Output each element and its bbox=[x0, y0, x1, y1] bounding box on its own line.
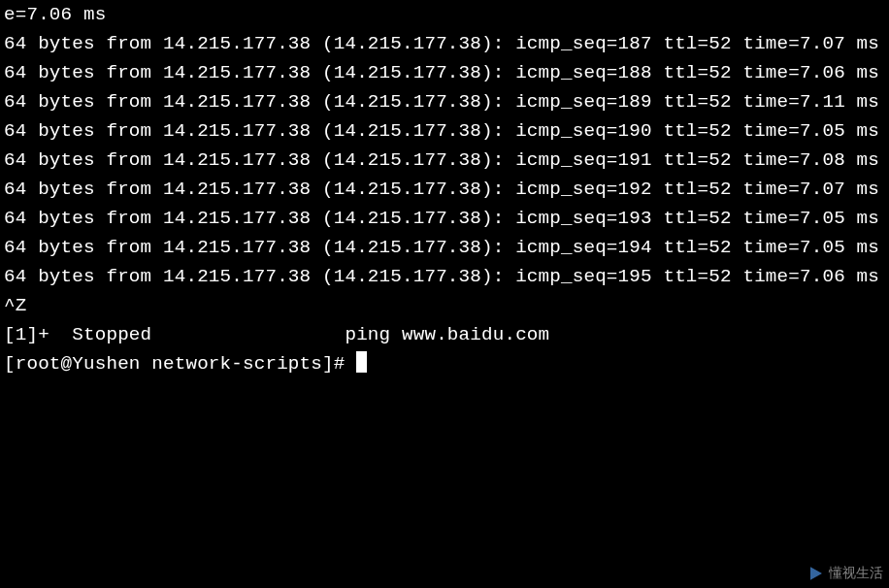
job-status-line: [1]+ Stopped ping www.baidu.com bbox=[4, 320, 885, 349]
play-icon bbox=[807, 565, 825, 582]
ping-reply-line: 64 bytes from 14.215.177.38 (14.215.177.… bbox=[4, 262, 885, 291]
ping-reply-line: 64 bytes from 14.215.177.38 (14.215.177.… bbox=[4, 29, 885, 58]
ping-reply-line: 64 bytes from 14.215.177.38 (14.215.177.… bbox=[4, 58, 885, 87]
ping-reply-line: 64 bytes from 14.215.177.38 (14.215.177.… bbox=[4, 204, 885, 233]
ping-reply-line: 64 bytes from 14.215.177.38 (14.215.177.… bbox=[4, 116, 885, 146]
suspend-signal: ^Z bbox=[4, 291, 885, 320]
watermark-text: 懂视生活 bbox=[829, 565, 883, 582]
ping-partial-line: e=7.06 ms bbox=[4, 0, 885, 29]
shell-prompt-line[interactable]: [root@Yushen network-scripts]# bbox=[4, 349, 885, 378]
ping-reply-line: 64 bytes from 14.215.177.38 (14.215.177.… bbox=[4, 146, 885, 175]
shell-prompt: [root@Yushen network-scripts]# bbox=[4, 353, 356, 375]
ping-reply-line: 64 bytes from 14.215.177.38 (14.215.177.… bbox=[4, 175, 885, 204]
ping-reply-line: 64 bytes from 14.215.177.38 (14.215.177.… bbox=[4, 87, 885, 116]
ping-reply-line: 64 bytes from 14.215.177.38 (14.215.177.… bbox=[4, 233, 885, 262]
watermark: 懂视生活 bbox=[807, 565, 883, 582]
cursor bbox=[356, 351, 367, 373]
terminal-pane[interactable]: e=7.06 ms64 bytes from 14.215.177.38 (14… bbox=[0, 0, 889, 378]
